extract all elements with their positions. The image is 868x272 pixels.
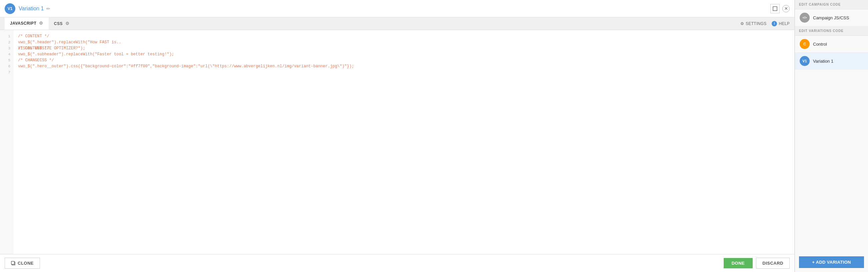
help-link[interactable]: i HELP (772, 21, 790, 26)
line-numbers: 1 2 3 4 5 6 7 (0, 30, 13, 254)
code-line-5: /* CHANGECSS */ (18, 57, 790, 63)
help-icon: i (772, 21, 777, 26)
edit-icon[interactable]: ✏ (46, 6, 50, 11)
svg-rect-2 (11, 261, 14, 264)
editor-area: V1 Variation 1 ✏ ✕ JAVASCRIPT ⚙ CSS ⚙ (0, 0, 795, 272)
tabs-left: JAVASCRIPT ⚙ CSS ⚙ (5, 17, 75, 30)
svg-rect-0 (773, 7, 777, 11)
close-button[interactable]: ✕ (782, 5, 790, 12)
code-editor[interactable]: 1 2 3 4 5 6 7 /* CONTENT */ vwo_$(".head… (0, 30, 794, 254)
code-line-6: vwo_$(".hero__outer").css({"background-c… (18, 63, 790, 69)
variation-badge: V1 (5, 3, 16, 14)
code-content[interactable]: /* CONTENT */ vwo_$(".header").replaceWi… (13, 30, 794, 254)
footer-right: DONE DISCARD (724, 258, 790, 269)
clone-icon (11, 261, 16, 266)
clone-label: CLONE (18, 261, 34, 266)
line-num-3: 3 (0, 45, 13, 51)
help-label: HELP (779, 21, 790, 26)
control-item-label: Control (813, 42, 827, 47)
line-num-2: 2 (0, 39, 13, 45)
code-line-2: vwo_$(".header").replaceWith("How FAST i… (18, 39, 790, 45)
line-num-5: 5 (0, 57, 13, 63)
footer-bar: CLONE DONE DISCARD (0, 254, 794, 272)
tab-css[interactable]: CSS ⚙ (49, 18, 75, 29)
campaign-section-title: EDIT CAMPAIGN CODE (795, 0, 868, 9)
campaign-badge: </> (800, 13, 810, 23)
discard-button[interactable]: DISCARD (756, 258, 790, 269)
settings-gear-icon: ⚙ (740, 21, 744, 26)
code-line-4: vwo_$(".subheader").replaceWith("Faster … (18, 51, 790, 57)
line-num-7: 7 (0, 69, 13, 75)
settings-link[interactable]: ⚙ SETTINGS (740, 21, 767, 26)
sidebar-footer: + ADD VARIATION (795, 252, 868, 272)
campaign-item-label: Campaign JS/CSS (813, 15, 849, 20)
line-num-6: 6 (0, 63, 13, 69)
code-editor-wrapper[interactable]: 1 2 3 4 5 6 7 /* CONTENT */ vwo_$(".head… (0, 30, 794, 254)
line-num-1: 1 (0, 33, 13, 39)
v1-badge: V1 (800, 56, 810, 66)
javascript-gear-icon[interactable]: ⚙ (39, 21, 43, 26)
clone-button[interactable]: CLONE (5, 258, 40, 269)
css-gear-icon[interactable]: ⚙ (65, 21, 70, 26)
control-badge: C (800, 39, 810, 49)
tab-javascript-label: JAVASCRIPT (10, 21, 36, 26)
sidebar-item-v1[interactable]: V1 Variation 1 (795, 53, 868, 70)
add-variation-button[interactable]: + ADD VARIATION (799, 256, 864, 268)
variation-title: Variation 1 (19, 6, 44, 12)
maximize-button[interactable] (770, 4, 780, 13)
done-button[interactable]: DONE (724, 258, 753, 268)
header-right: ✕ (770, 4, 790, 13)
sidebar-item-campaign[interactable]: </> Campaign JS/CSS (795, 9, 868, 26)
header-bar: V1 Variation 1 ✏ ✕ (0, 0, 794, 17)
tabs-right: ⚙ SETTINGS i HELP (740, 21, 790, 26)
tab-javascript[interactable]: JAVASCRIPT ⚙ (5, 17, 49, 30)
header-left: V1 Variation 1 ✏ (5, 3, 50, 14)
code-line-7 (18, 69, 790, 75)
settings-label: SETTINGS (746, 21, 766, 26)
tab-css-label: CSS (54, 21, 63, 26)
sidebar: EDIT CAMPAIGN CODE </> Campaign JS/CSS E… (795, 0, 868, 272)
tabs-bar: JAVASCRIPT ⚙ CSS ⚙ ⚙ SETTINGS i HELP (0, 17, 794, 30)
code-line-3: /* CONTENT */ (18, 45, 790, 51)
variations-section-title: EDIT VARIATIONS CODE (795, 26, 868, 36)
sidebar-item-control[interactable]: C Control (795, 36, 868, 53)
code-line-1: /* CONTENT */ (18, 33, 790, 39)
v1-item-label: Variation 1 (813, 59, 833, 64)
line-num-4: 4 (0, 51, 13, 57)
